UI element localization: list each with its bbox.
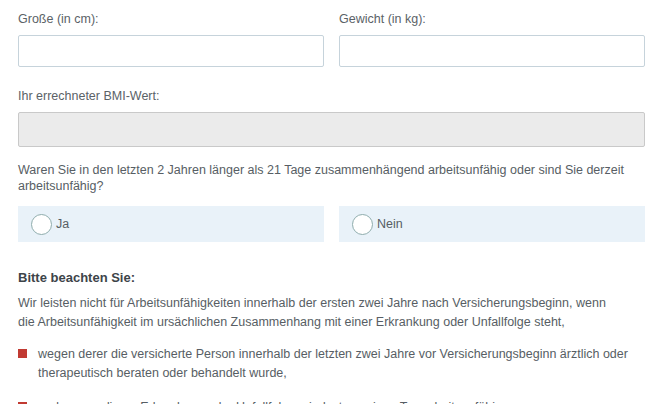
notice-heading: Bitte beachten Sie: (18, 270, 645, 285)
notice-section: Bitte beachten Sie: Wir leisten nicht fü… (18, 270, 645, 404)
radio-option-ja-label: Ja (56, 217, 69, 231)
bmi-field-label: Ihr errechneter BMI-Wert: (18, 89, 645, 103)
bullet-text: und wegen dieser Erkrankung oder Unfallf… (38, 398, 528, 404)
square-bullet-icon (18, 349, 27, 358)
radio-unchecked-icon (352, 214, 373, 235)
bmi-result-input (18, 112, 645, 147)
notice-bullet-list: wegen derer die versicherte Person inner… (18, 345, 645, 404)
weight-field-group: Gewicht (in kg): (339, 12, 645, 67)
list-item: und wegen dieser Erkrankung oder Unfallf… (18, 398, 633, 404)
weight-field-label: Gewicht (in kg): (339, 12, 645, 26)
bullet-text: wegen derer die versicherte Person inner… (38, 345, 633, 383)
radio-option-ja[interactable]: Ja (18, 206, 324, 242)
list-item: wegen derer die versicherte Person inner… (18, 345, 633, 383)
weight-input[interactable] (339, 35, 645, 67)
incapacity-options: Ja Nein (18, 206, 645, 242)
bmi-health-form: Große (in cm): Gewicht (in kg): Ihr erre… (0, 0, 660, 404)
radio-unchecked-icon (31, 214, 52, 235)
radio-option-nein[interactable]: Nein (339, 206, 645, 242)
radio-option-nein-label: Nein (377, 217, 403, 231)
height-input[interactable] (18, 35, 324, 67)
height-field-label: Große (in cm): (18, 12, 324, 26)
incapacity-question: Waren Sie in den letzten 2 Jahren länger… (18, 162, 645, 194)
height-field-group: Große (in cm): (18, 12, 324, 67)
bmi-field-group: Ihr errechneter BMI-Wert: (18, 89, 645, 147)
notice-intro: Wir leisten nicht für Arbeitsunfähigkeit… (18, 294, 618, 332)
height-weight-row: Große (in cm): Gewicht (in kg): (18, 12, 645, 67)
